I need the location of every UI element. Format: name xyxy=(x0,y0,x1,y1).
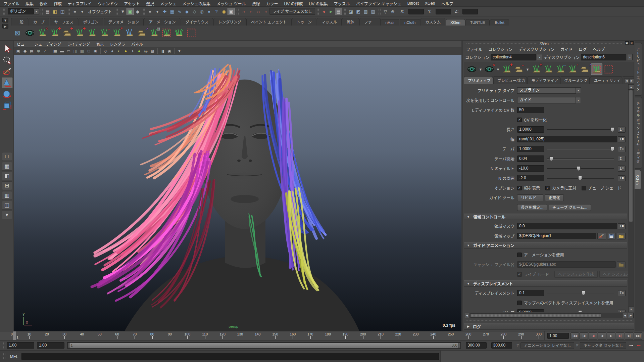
panel-float-button[interactable]: ▣ xyxy=(625,41,629,45)
statusline-grip[interactable] xyxy=(3,7,5,15)
z-input[interactable] xyxy=(462,9,478,14)
statusline-grip[interactable] xyxy=(236,7,239,15)
selection-mask-arrow[interactable]: ▾ xyxy=(79,8,86,15)
viewport-menu-2[interactable]: ライティング xyxy=(64,41,93,47)
create-description-icon[interactable]: ✚ xyxy=(501,63,512,75)
convert-to-curves-icon[interactable] xyxy=(123,27,135,39)
options-checkbox-2[interactable]: チューブ シェード xyxy=(582,185,622,191)
select-tool-icon[interactable] xyxy=(2,43,12,54)
snap-grid-icon[interactable]: ▦ xyxy=(168,8,176,15)
xgen-title-bar[interactable]: XGen ▣ ✕ xyxy=(463,41,635,46)
rangebar-grip[interactable] xyxy=(3,342,5,350)
viewport-menu-5[interactable]: パネル xyxy=(128,41,146,47)
shelf-tab-13[interactable]: nHair xyxy=(381,19,399,26)
lock-selection-icon[interactable]: ◉ xyxy=(220,8,228,15)
shelf-tab-15[interactable]: カスタム xyxy=(420,18,445,26)
menu-item-9[interactable]: メッシュの編集 xyxy=(179,1,213,6)
last-tool-slot[interactable] xyxy=(2,112,12,123)
symmetry-icon[interactable]: ⊕ xyxy=(389,8,397,15)
step-forward-key-button[interactable]: ▶| xyxy=(616,332,624,340)
taper-start-field[interactable]: 0.04 xyxy=(517,155,544,162)
control-using-arrow[interactable]: ▾ xyxy=(576,97,581,103)
tilt-n-expression-button[interactable]: Σ= xyxy=(618,166,626,172)
animation-layer-selector[interactable]: アニメーション レイヤなし xyxy=(521,342,574,349)
guide-width-icon[interactable]: ↔ xyxy=(99,27,110,39)
statusline-grip[interactable] xyxy=(378,7,381,15)
selection-mask-menu-icon[interactable]: ≡ xyxy=(71,8,79,15)
lasso-region-icon[interactable] xyxy=(603,63,614,75)
orient-guides-icon[interactable]: ↑ xyxy=(567,63,578,75)
guide-tools-2-button-0[interactable]: 長さを設定... xyxy=(517,204,547,211)
xgen-tab-4[interactable]: ユーティリティ xyxy=(590,76,623,84)
shelf-tab-4[interactable]: デフォメーション xyxy=(104,18,144,26)
use-animation-checkbox-0[interactable]: アニメーションを使用 xyxy=(517,252,564,258)
snap-menu-icon[interactable]: ≡ xyxy=(146,8,154,15)
xgen-menu-5[interactable]: ヘルプ xyxy=(590,46,608,52)
statusline-grip[interactable] xyxy=(143,7,145,15)
hscroll-thumb[interactable] xyxy=(470,313,601,318)
menu-item-2[interactable]: 修正 xyxy=(37,1,51,6)
select-guides-icon[interactable] xyxy=(591,63,602,75)
live-mode-checkbox-box[interactable]: ✓ xyxy=(517,272,522,277)
viewport-menu-3[interactable]: 表示 xyxy=(93,41,107,47)
tab-scroll-left[interactable]: ◀ xyxy=(624,78,629,83)
live-face-snap-icon[interactable]: ∩ xyxy=(262,8,269,15)
layout-hypershade-icon[interactable]: ▥ xyxy=(2,191,12,200)
menu-item-15[interactable]: マッスル xyxy=(331,1,353,6)
horizontal-scrollbar[interactable]: ◀ ◀ ▶ xyxy=(464,313,634,318)
camera-attributes-icon[interactable]: ▣ xyxy=(15,48,21,54)
width-expression-button[interactable]: Σ= xyxy=(618,136,626,142)
new-scene-icon[interactable]: ▤ xyxy=(44,8,51,15)
menu-set-selector[interactable]: ポリゴン▾ xyxy=(8,8,39,14)
open-render-view-icon[interactable]: ◪ xyxy=(347,8,355,15)
viewport-menu-1[interactable]: シェーディング xyxy=(32,41,64,47)
quick-help-icon[interactable]: ? xyxy=(213,8,220,15)
delete-description-icon[interactable]: ✕ xyxy=(37,27,48,39)
sculpt-guides-icon[interactable] xyxy=(543,63,554,75)
menu-item-7[interactable]: 選択 xyxy=(143,1,157,6)
live-mode-checkbox[interactable]: ✓ライブ モード xyxy=(517,271,549,277)
character-set-selector[interactable]: キャラクタ セットなし xyxy=(580,342,626,349)
snap-plane-icon[interactable]: ◇ xyxy=(191,8,198,15)
xgen-menu-3[interactable]: ガイド xyxy=(557,46,576,52)
duplicate-description-icon[interactable]: ✚ xyxy=(61,27,73,39)
cache-file-name-browse-icon[interactable] xyxy=(617,261,626,268)
menu-item-16[interactable]: パイプライン キャッシュ xyxy=(353,1,404,6)
scroll-right-button[interactable]: ▶ xyxy=(628,313,634,318)
save-map-icon[interactable] xyxy=(607,233,616,239)
displacement-field[interactable]: 0.1 xyxy=(517,290,544,296)
length-slider[interactable] xyxy=(547,127,614,132)
region-map-field[interactable]: ${DESC}/Region1 xyxy=(517,233,596,239)
length-field[interactable]: 1.0000 xyxy=(517,126,544,133)
resolution-gate-icon[interactable]: ▭ xyxy=(65,48,72,54)
move-description-icon[interactable]: ↔ xyxy=(513,63,525,75)
snap-menu-arrow[interactable]: ▾ xyxy=(154,8,161,15)
viewport-menu-4[interactable]: レンダラ xyxy=(107,41,128,47)
menu-item-5[interactable]: ウィンドウ xyxy=(95,1,121,6)
isolate-select-icon[interactable]: ◉ xyxy=(166,48,172,54)
section-displacement[interactable]: ▼ディスプレイスメント xyxy=(464,280,627,287)
menu-item-1[interactable]: 編集 xyxy=(22,1,37,6)
taper-field[interactable]: 1.0000 xyxy=(517,146,544,152)
xray-icon[interactable]: ◨ xyxy=(159,48,166,54)
log-splitter[interactable] xyxy=(466,320,632,322)
shelf-tab-2[interactable]: サーフェス xyxy=(50,18,78,26)
snap-point-icon[interactable]: ◆ xyxy=(183,8,191,15)
options-checkbox-0-box[interactable]: ✓ xyxy=(517,186,522,190)
paint-map-icon[interactable] xyxy=(597,233,606,239)
shelf-tab-9[interactable]: トゥーン xyxy=(292,18,316,26)
character-set-arrow[interactable]: ▽ xyxy=(576,344,578,347)
shelf-overflow-icon[interactable]: ▸ xyxy=(2,24,8,29)
step-forward-frame-button[interactable]: ▶| xyxy=(625,332,633,340)
shelf-tab-8[interactable]: ペイント エフェクト xyxy=(246,18,292,26)
safe-action-icon[interactable]: □ xyxy=(86,48,92,54)
taper-expression-button[interactable]: Σ= xyxy=(618,146,626,152)
ipr-render-icon[interactable]: ▨ xyxy=(362,8,369,15)
menu-item-8[interactable]: メッシュ xyxy=(157,1,179,6)
menu-set-arrow[interactable]: ▾ xyxy=(34,8,39,14)
render-current-frame-icon[interactable]: ◩ xyxy=(355,8,362,15)
select-object-icon[interactable]: ▣ xyxy=(127,8,134,15)
tilt-n-slider[interactable] xyxy=(547,166,614,171)
vertical-scrollbar[interactable]: ▲ ▼ xyxy=(628,84,634,312)
taper-slider-thumb[interactable] xyxy=(610,147,614,151)
